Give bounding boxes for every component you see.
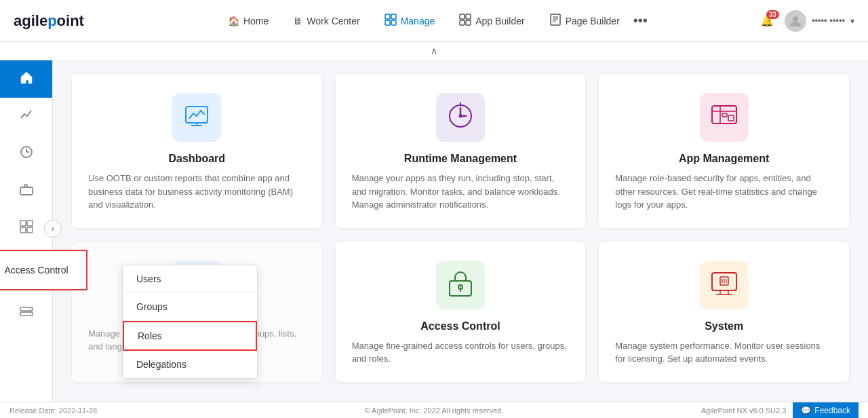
card-dashboard[interactable]: Dashboard Use OOTB or custom reports tha… (72, 74, 322, 228)
svg-rect-5 (466, 14, 471, 19)
svg-rect-18 (27, 221, 33, 226)
svg-rect-19 (20, 227, 26, 233)
svg-rect-39 (728, 115, 734, 121)
release-date: Release Date: 2022-11-28 (9, 406, 97, 415)
appmanage-title: App Management (679, 153, 769, 165)
briefcase-icon (19, 182, 34, 200)
sidebar-expand-button[interactable]: › (44, 220, 62, 238)
dashboard-icon (183, 104, 210, 131)
system-icon (709, 270, 739, 300)
nav-right: 🔔 33 ••••• ••••• ▾ (760, 10, 854, 32)
sidebar-item-home[interactable] (0, 60, 52, 98)
more-menu-button[interactable]: ••• (633, 13, 648, 28)
sidebar-item-access-control[interactable]: Access Control (0, 250, 87, 290)
appbuilder-nav-icon (459, 14, 471, 28)
user-chevron-icon: ▾ (850, 16, 854, 26)
main-nav: 🏠 Home 🖥 Work Center Manage App Builder … (104, 8, 760, 33)
card-runtime[interactable]: Runtime Management Manage your apps as t… (336, 74, 586, 228)
feedback-icon: 💬 (801, 406, 811, 415)
workcenter-nav-icon: 🖥 (293, 16, 302, 26)
runtime-icon-wrap (436, 93, 485, 142)
dashboard-icon-wrap (172, 93, 221, 142)
appmanage-desc: Manage role-based security for apps, ent… (615, 172, 833, 212)
nav-manage[interactable]: Manage (374, 8, 446, 33)
notification-badge: 33 (766, 10, 779, 19)
accesscontrol-card-desc: Manage fine-grained access controls for … (352, 339, 570, 366)
bottom-bar: Release Date: 2022-11-28 © AgilePoint, I… (0, 402, 868, 418)
copyright: © AgilePoint, Inc. 2022 All rights reser… (365, 406, 504, 415)
clock-icon (19, 145, 34, 163)
main-layout: › Access Control Users Groups Roles Dele… (0, 60, 868, 418)
sidebar-item-clock[interactable] (0, 135, 52, 172)
system-card-desc: Manage system performance. Monitor user … (615, 339, 833, 366)
svg-rect-2 (385, 20, 390, 25)
card-system[interactable]: System Manage system performance. Monito… (599, 242, 849, 382)
dashboard-desc: Use OOTB or custom reports that combine … (88, 172, 306, 212)
svg-rect-7 (466, 20, 471, 25)
accesscontrol-icon-wrap: 0 (436, 261, 485, 309)
card-appmanage[interactable]: App Management Manage role-based securit… (599, 74, 849, 228)
svg-rect-16 (20, 187, 33, 195)
grid-icon (19, 219, 34, 238)
version-label: AgilePoint NX v8.0 SU2.3 (701, 406, 786, 415)
svg-rect-4 (460, 14, 465, 19)
svg-point-24 (30, 309, 31, 310)
svg-rect-20 (27, 227, 33, 233)
svg-point-25 (30, 314, 31, 315)
svg-point-33 (458, 115, 462, 118)
dropdown-roles[interactable]: Roles (123, 321, 257, 351)
card-accesscontrol[interactable]: 0 Access Control Manage fine-grained acc… (336, 242, 586, 382)
dropdown-menu: Users Groups Roles Delegations (122, 265, 258, 379)
appmanage-icon (709, 103, 739, 132)
home-nav-icon: 🏠 (228, 16, 239, 26)
svg-rect-3 (391, 20, 396, 25)
collapse-icon: ∧ (431, 45, 437, 56)
nav-pagebuilder[interactable]: Page Builder (538, 8, 631, 33)
server-icon (19, 305, 34, 324)
chart-icon (19, 107, 34, 126)
sidebar-item-grid[interactable]: › (0, 210, 52, 247)
nav-home[interactable]: 🏠 Home (217, 10, 279, 32)
avatar (785, 10, 806, 32)
nav-appbuilder[interactable]: App Builder (448, 8, 535, 33)
user-menu[interactable]: ••••• ••••• ▾ (785, 10, 854, 32)
notification-button[interactable]: 🔔 33 (760, 14, 774, 27)
access-control-card-icon: 0 (446, 269, 475, 301)
dropdown-users[interactable]: Users (123, 265, 257, 293)
runtime-title: Runtime Management (404, 153, 517, 165)
svg-text:0: 0 (458, 284, 462, 290)
sidebar-item-chart[interactable] (0, 98, 52, 135)
dropdown-delegations[interactable]: Delegations (123, 351, 257, 378)
system-icon-wrap (700, 261, 749, 309)
svg-rect-38 (722, 113, 727, 117)
manage-nav-icon (384, 14, 397, 28)
home-icon (19, 70, 34, 88)
runtime-desc: Manage your apps as they run, including … (352, 172, 570, 212)
svg-rect-1 (391, 14, 396, 19)
runtime-icon (446, 101, 475, 134)
accesscontrol-card-title: Access Control (420, 320, 500, 332)
svg-rect-0 (385, 14, 390, 19)
sidebar-item-briefcase[interactable] (0, 172, 52, 210)
svg-point-12 (793, 16, 798, 22)
top-nav: agilepoint 🏠 Home 🖥 Work Center Manage A… (0, 0, 868, 42)
logo-text: agilepoint (14, 12, 84, 30)
svg-rect-17 (20, 221, 26, 226)
access-control-label: Access Control (5, 265, 68, 276)
appmanage-icon-wrap (700, 93, 749, 142)
logo: agilepoint (14, 12, 84, 30)
pagebuilder-nav-icon (549, 14, 561, 28)
sidebar-item-server[interactable] (0, 296, 52, 333)
system-card-title: System (705, 320, 743, 332)
nav-workcenter[interactable]: 🖥 Work Center (282, 10, 370, 32)
dashboard-title: Dashboard (169, 153, 226, 165)
user-name: ••••• ••••• (812, 16, 845, 26)
feedback-button[interactable]: 💬 Feedback (793, 402, 859, 419)
svg-rect-6 (460, 20, 465, 25)
dropdown-groups[interactable]: Groups (123, 293, 257, 321)
collapse-bar[interactable]: ∧ (0, 42, 868, 60)
svg-rect-8 (551, 14, 560, 25)
sidebar: › Access Control (0, 60, 53, 418)
